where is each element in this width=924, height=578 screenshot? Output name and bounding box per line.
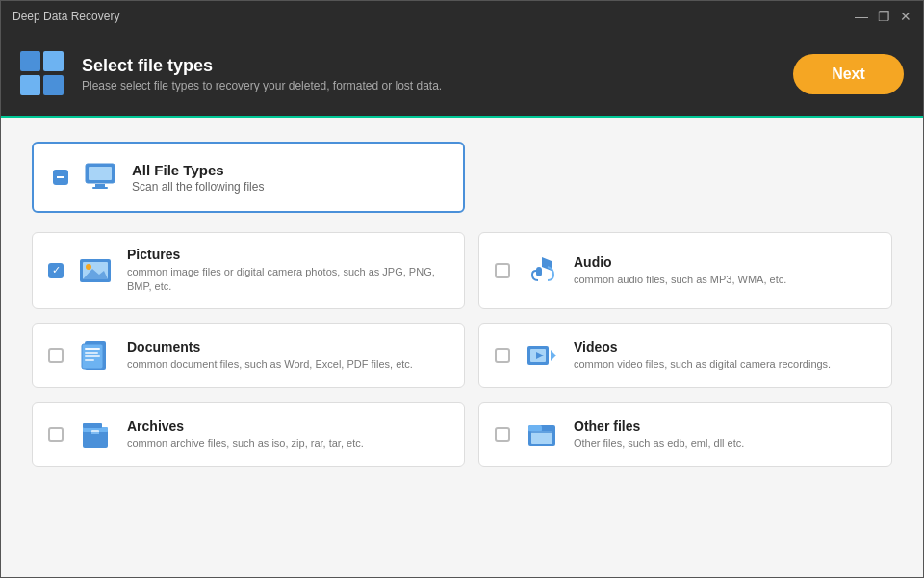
other-icon: [524, 416, 560, 453]
all-types-checkbox[interactable]: [53, 170, 68, 185]
audio-description: common audio files, such as MP3, WMA, et…: [574, 273, 786, 287]
app-title: Deep Data Recovery: [13, 10, 119, 23]
audio-label: Audio: [574, 254, 786, 270]
archives-label: Archives: [127, 418, 364, 434]
audio-card[interactable]: Audio common audio files, such as MP3, W…: [478, 232, 892, 309]
svg-rect-15: [85, 348, 100, 350]
titlebar: Deep Data Recovery — ❐ ✕: [1, 1, 923, 32]
svg-point-6: [86, 264, 91, 270]
archives-card[interactable]: Archives common archive files, such as i…: [32, 402, 465, 467]
main-content: All File Types Scan all the following fi…: [1, 118, 923, 578]
logo-sq-1: [20, 51, 40, 71]
documents-card[interactable]: Documents common document files, such as…: [32, 323, 465, 388]
videos-icon: [524, 337, 560, 374]
all-types-description: Scan all the following files: [132, 180, 264, 194]
other-checkbox[interactable]: [495, 427, 510, 442]
svg-rect-16: [85, 352, 98, 354]
file-types-grid: Pictures common image files or digital c…: [32, 232, 892, 467]
other-files-description: Other files, such as edb, eml, dll etc.: [574, 436, 744, 451]
logo-sq-4: [43, 75, 64, 95]
logo-sq-3: [20, 75, 40, 95]
all-types-label: All File Types: [132, 162, 264, 178]
documents-label: Documents: [127, 339, 413, 355]
svg-rect-18: [85, 359, 94, 361]
header: Select file types Please select file typ…: [1, 32, 923, 118]
documents-description: common document files, such as Word, Exc…: [127, 357, 413, 372]
pictures-text: Pictures common image files or digital c…: [127, 247, 449, 295]
pictures-icon: [77, 252, 114, 289]
app-logo: [20, 51, 66, 97]
all-file-types-card[interactable]: All File Types Scan all the following fi…: [32, 142, 465, 213]
pictures-label: Pictures: [127, 247, 449, 262]
other-files-card[interactable]: Other files Other files, such as edb, em…: [478, 402, 892, 467]
documents-text: Documents common document files, such as…: [127, 339, 413, 372]
audio-icon: [524, 252, 560, 289]
audio-checkbox[interactable]: [495, 263, 510, 278]
pictures-card[interactable]: Pictures common image files or digital c…: [32, 232, 465, 309]
svg-rect-30: [531, 431, 552, 444]
svg-rect-3: [92, 187, 108, 189]
svg-rect-8: [536, 267, 542, 276]
videos-label: Videos: [574, 339, 831, 355]
videos-card[interactable]: Videos common video files, such as digit…: [478, 323, 892, 388]
archives-checkbox[interactable]: [48, 427, 64, 442]
documents-icon: [77, 337, 114, 374]
videos-text: Videos common video files, such as digit…: [574, 339, 831, 372]
header-left: Select file types Please select file typ…: [20, 51, 442, 97]
audio-text: Audio common audio files, such as MP3, W…: [574, 254, 786, 287]
window-controls: — ❐ ✕: [855, 10, 911, 23]
pictures-checkbox[interactable]: [48, 263, 64, 278]
page-title: Select file types: [82, 56, 442, 76]
svg-rect-29: [528, 425, 542, 432]
archives-text: Archives common archive files, such as i…: [127, 418, 364, 451]
svg-rect-25: [83, 423, 102, 428]
svg-marker-20: [551, 350, 556, 361]
next-button[interactable]: Next: [793, 54, 904, 94]
svg-rect-17: [85, 355, 100, 357]
close-button[interactable]: ✕: [900, 10, 911, 23]
logo-sq-2: [43, 51, 64, 71]
documents-checkbox[interactable]: [48, 348, 64, 363]
archives-icon: [77, 416, 114, 453]
other-files-label: Other files: [574, 418, 744, 434]
other-files-text: Other files Other files, such as edb, em…: [574, 418, 744, 451]
maximize-button[interactable]: ❐: [878, 10, 890, 23]
minimize-button[interactable]: —: [855, 10, 868, 23]
svg-rect-27: [91, 432, 99, 434]
svg-rect-2: [95, 184, 105, 187]
page-subtitle: Please select file types to recovery you…: [82, 79, 442, 92]
header-text: Select file types Please select file typ…: [82, 56, 442, 92]
videos-checkbox[interactable]: [495, 348, 510, 363]
archives-description: common archive files, such as iso, zip, …: [127, 436, 364, 451]
videos-description: common video files, such as digital came…: [574, 357, 831, 372]
pictures-description: common image files or digital camera pho…: [127, 265, 449, 295]
all-types-text: All File Types Scan all the following fi…: [132, 162, 264, 194]
monitor-icon: [82, 159, 118, 196]
svg-rect-1: [89, 167, 112, 180]
